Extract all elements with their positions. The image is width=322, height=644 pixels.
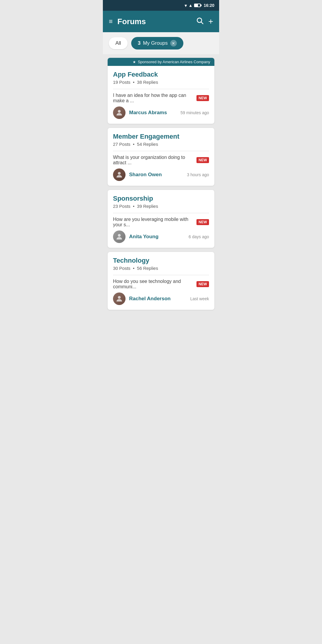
sponsored-banner: ★ Sponsored by American Airlines Company: [108, 58, 214, 66]
card-preview: How are you leveraging mobile with your …: [113, 217, 209, 227]
avatar-face: [113, 168, 126, 181]
svg-point-3: [118, 172, 120, 175]
author-avatar: [113, 292, 126, 305]
author-name: Anita Young: [129, 234, 185, 240]
author-time: 59 minutes ago: [180, 110, 209, 115]
card-title: Member Engagement: [113, 133, 209, 140]
forum-card-member-engagement[interactable]: Member Engagement 27 Posts • 54 Replies …: [108, 128, 214, 186]
status-time: 16:20: [204, 3, 214, 8]
card-preview: I have an idea for how the app can make …: [113, 93, 209, 103]
avatar-face: [113, 106, 126, 119]
preview-text: How are you leveraging mobile with your …: [113, 217, 194, 227]
mygroups-close-icon[interactable]: ✕: [170, 40, 177, 47]
new-badge: NEW: [196, 281, 209, 287]
wifi-icon: [185, 3, 187, 8]
author-name: Marcus Abrams: [129, 110, 177, 116]
card-title: Technology: [113, 257, 209, 264]
author-time: 3 hours ago: [187, 172, 209, 177]
card-author: Anita Young 6 days ago: [113, 230, 209, 243]
card-title: App Feedback: [113, 71, 209, 78]
author-avatar: [113, 230, 126, 243]
author-avatar: [113, 106, 126, 119]
card-author: Marcus Abrams 59 minutes ago: [113, 106, 209, 119]
card-author: Sharon Owen 3 hours ago: [113, 168, 209, 181]
card-body: Member Engagement 27 Posts • 54 Replies …: [108, 128, 214, 186]
mygroups-count: 3: [138, 40, 140, 46]
preview-text: How do you see technology and communi...: [113, 279, 194, 290]
card-preview: What is your organization doing to attra…: [113, 155, 209, 165]
svg-point-2: [118, 110, 120, 113]
filter-bar: All 3 My Groups ✕: [103, 32, 219, 54]
avatar-face: [113, 292, 126, 305]
forum-card-technology[interactable]: Technology 30 Posts • 56 Replies How do …: [108, 252, 214, 310]
sponsored-text: Sponsored by American Airlines Company: [138, 60, 210, 64]
author-time: 6 days ago: [189, 234, 209, 239]
new-badge: NEW: [196, 219, 209, 225]
avatar-face: [113, 230, 126, 243]
battery-icon: [194, 4, 201, 7]
filter-all-button[interactable]: All: [109, 37, 128, 49]
filter-mygroups-button[interactable]: 3 My Groups ✕: [131, 37, 183, 49]
author-avatar: [113, 168, 126, 181]
sponsored-star-icon: ★: [133, 60, 136, 64]
forum-cards-container: ★ Sponsored by American Airlines Company…: [103, 54, 219, 313]
status-icons: [185, 3, 201, 8]
new-badge: NEW: [196, 157, 209, 163]
page-title: Forums: [117, 17, 191, 26]
card-body: Sponsorship 23 Posts • 39 Replies How ar…: [108, 190, 214, 248]
signal-icon: [188, 3, 193, 8]
svg-point-4: [118, 234, 120, 237]
card-divider: [113, 213, 209, 213]
svg-line-1: [201, 22, 203, 24]
forum-card-sponsorship[interactable]: Sponsorship 23 Posts • 39 Replies How ar…: [108, 190, 214, 248]
new-badge: NEW: [196, 95, 209, 101]
card-author: Rachel Anderson Last week: [113, 292, 209, 305]
preview-text: I have an idea for how the app can make …: [113, 93, 194, 103]
card-stats: 27 Posts • 54 Replies: [113, 142, 209, 147]
svg-point-5: [118, 296, 120, 299]
mygroups-label: My Groups: [143, 40, 168, 46]
card-divider: [113, 89, 209, 89]
card-stats: 23 Posts • 39 Replies: [113, 204, 209, 209]
add-icon[interactable]: +: [208, 17, 213, 26]
card-body: Technology 30 Posts • 56 Replies How do …: [108, 252, 214, 310]
preview-text: What is your organization doing to attra…: [113, 155, 194, 165]
card-body: App Feedback 19 Posts • 38 Replies I hav…: [108, 66, 214, 124]
top-nav: ≡ Forums +: [103, 11, 219, 32]
card-preview: How do you see technology and communi...…: [113, 279, 209, 290]
author-name: Rachel Anderson: [129, 296, 187, 302]
author-name: Sharon Owen: [129, 172, 183, 178]
card-title: Sponsorship: [113, 195, 209, 202]
card-divider: [113, 151, 209, 151]
search-icon[interactable]: [196, 17, 204, 26]
card-stats: 30 Posts • 56 Replies: [113, 266, 209, 271]
forum-card-app-feedback[interactable]: ★ Sponsored by American Airlines Company…: [108, 58, 214, 124]
status-bar: 16:20: [103, 0, 219, 11]
card-stats: 19 Posts • 38 Replies: [113, 80, 209, 85]
card-divider: [113, 275, 209, 275]
author-time: Last week: [190, 296, 209, 301]
hamburger-icon[interactable]: ≡: [109, 18, 113, 25]
